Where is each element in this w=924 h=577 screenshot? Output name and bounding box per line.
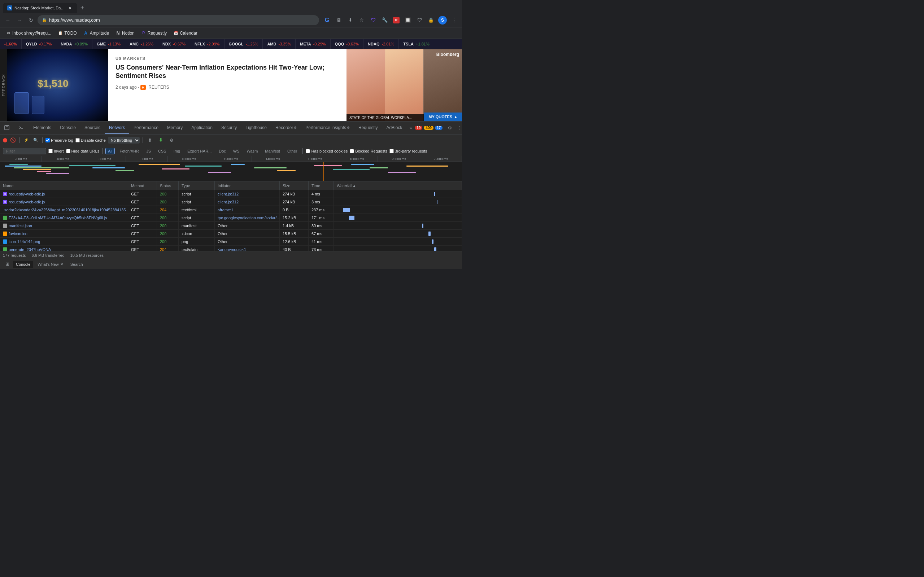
bookmark-notion[interactable]: N Notion [113,29,137,37]
google-search-icon[interactable]: G [322,15,332,25]
bottom-tab-search[interactable]: Search [68,261,86,268]
filter-img[interactable]: Img [171,148,183,154]
settings-icon[interactable]: ⚙ [446,124,454,132]
ticker-meta[interactable]: META -0.29% [296,39,330,49]
td-initiator[interactable]: client.js:312 [215,198,280,206]
extension-icon-2[interactable]: 🔧 [380,15,390,25]
preserve-log-input[interactable] [45,138,50,142]
filter-toggle[interactable]: ⚡ [23,137,30,144]
menu-button[interactable]: ⋮ [449,15,459,25]
invert-input[interactable] [48,149,53,153]
console-drawer-toggle[interactable]: ⊞ [3,260,11,269]
settings-network-button[interactable]: ⚙ [168,136,176,145]
throttle-select[interactable]: No throttling [108,137,140,143]
tab-sources[interactable]: Sources [80,121,105,134]
ticker-gme[interactable]: GME -1.13% [92,39,125,49]
more-tabs-button[interactable]: » [406,126,415,131]
tab-network[interactable]: Network [105,121,129,134]
clear-button[interactable]: 🚫 [10,137,16,144]
filter-export-har[interactable]: Export HAR... [185,148,214,154]
refresh-button[interactable]: ↻ [26,15,36,25]
ticker-tsla[interactable]: TSLA +1.81% [399,39,434,49]
ticker-amc[interactable]: AMC -1.26% [125,39,158,49]
address-bar[interactable]: 🔒 https://www.nasdaq.com [37,15,319,25]
blocked-requests-checkbox[interactable]: Blocked Requests [350,149,387,153]
network-table[interactable]: Name Method Status Type Initiator Size T… [0,181,462,251]
active-tab[interactable]: N Nasdaq: Stock Market, Data... ✕ [3,3,77,13]
td-initiator[interactable]: <anonymous>:1 [215,246,280,251]
ticker-qqq[interactable]: QQQ -0.63% [331,39,364,49]
th-waterfall[interactable]: Waterfall ▲ [334,181,462,190]
tab-requestly[interactable]: Requestly [354,121,382,134]
bookmark-calendar[interactable]: 📅 Calendar [170,29,200,37]
ticker-item[interactable]: -1.66% [0,39,22,49]
th-initiator[interactable]: Initiator [215,181,280,190]
tab-console[interactable] [15,121,29,134]
filter-all[interactable]: All [105,148,115,154]
whats-new-close[interactable]: ✕ [60,262,63,266]
extension-icon-4[interactable]: 🛡 [414,15,425,25]
import-har-button[interactable]: ⬆ [146,136,155,145]
th-time[interactable]: Time [309,181,334,190]
filter-doc[interactable]: Doc [216,148,228,154]
td-initiator[interactable]: tpc.googlesyndication.com/sodar/... [215,214,280,221]
my-quotes-button[interactable]: MY QUOTES ▲ [424,113,462,121]
screenshot-icon[interactable]: 🖥 [333,15,344,25]
third-party-input[interactable] [389,149,394,153]
search-button[interactable]: 🔍 [32,137,39,144]
filter-manifest[interactable]: Manifest [262,148,283,154]
filter-css[interactable]: CSS [155,148,169,154]
extension-icon-5[interactable]: 🔒 [426,15,436,25]
bookmark-inbox[interactable]: ✉ Inbox shrey@requ... [3,29,54,37]
blocked-cookies-checkbox[interactable]: Has blocked cookies [306,149,347,153]
hide-data-urls-checkbox[interactable]: Hide data URLs [66,149,100,153]
table-row[interactable]: F23xA4-E8U0dLsM7Ua-M74A0tuvycQb5txb3FNVg… [0,214,462,222]
filter-js[interactable]: JS [144,148,153,154]
th-method[interactable]: Method [128,181,157,190]
extension-rec-icon[interactable]: R [391,15,401,25]
bookmark-icon[interactable]: ☆ [357,15,367,25]
bookmark-requestly[interactable]: R Requestly [138,29,170,37]
export-har-button[interactable]: ⬇ [157,136,165,145]
th-size[interactable]: Size [280,181,309,190]
filter-wasm[interactable]: Wasm [244,148,261,154]
table-row[interactable]: manifest.json GET 200 manifest Other 1.4… [0,222,462,230]
preserve-log-checkbox[interactable]: Preserve log [45,138,73,142]
table-row[interactable]: Rrequestly-web-sdk.js GET 200 script cli… [0,198,462,206]
profile-button[interactable]: S [438,15,447,25]
th-type[interactable]: Type [179,181,215,190]
ticker-googl[interactable]: GOOGL -1.25% [225,39,263,49]
extension-icon-3[interactable]: 🔲 [403,15,413,25]
tab-lighthouse[interactable]: Lighthouse [241,121,271,134]
download-icon[interactable]: ⬇ [345,15,355,25]
disable-cache-checkbox[interactable]: Disable cache [76,138,106,142]
ticker-ndx[interactable]: NDX -0.67% [158,39,190,49]
table-row[interactable]: favicon.ico GET 200 x-icon Other 15.5 kB… [0,230,462,238]
new-tab-button[interactable]: + [77,3,87,13]
tab-inspector[interactable] [0,121,15,134]
filter-fetch-xhr[interactable]: Fetch/XHR [117,148,142,154]
table-row[interactable]: sodar?id=sodar2&v=225&li=gpt_m2023061401… [0,206,462,214]
ticker-ndaq[interactable]: NDAQ -2.01% [363,39,399,49]
record-button[interactable] [3,138,7,142]
tab-elements[interactable]: Elements [29,121,56,134]
ticker-nflx[interactable]: NFLX -2.99% [190,39,225,49]
filter-other[interactable]: Other [285,148,300,154]
third-party-checkbox[interactable]: 3rd-party requests [389,149,427,153]
tab-memory[interactable]: Memory [163,121,187,134]
tab-recorder[interactable]: Recorder ⚙ [271,121,301,134]
tab-application[interactable]: Application [187,121,217,134]
bookmark-amplitude[interactable]: A Amplitude [81,29,112,37]
table-row[interactable]: icon-144x144.png GET 200 png Other 12.6 … [0,238,462,246]
disable-cache-input[interactable] [76,138,80,142]
hide-data-urls-input[interactable] [66,149,70,153]
th-name[interactable]: Name [0,181,128,190]
blocked-requests-input[interactable] [350,149,354,153]
table-row[interactable]: Rrequestly-web-sdk.js GET 200 script cli… [0,190,462,198]
ticker-nvda[interactable]: NVDA +0.09% [56,39,92,49]
bottom-tab-whats-new[interactable]: What's New ✕ [35,261,66,268]
bookmark-todo[interactable]: 📋 TODO [55,29,79,37]
ticker-amd[interactable]: AMD -3.35% [263,39,296,49]
tab-security[interactable]: Security [217,121,241,134]
bottom-tab-console[interactable]: Console [13,261,33,268]
